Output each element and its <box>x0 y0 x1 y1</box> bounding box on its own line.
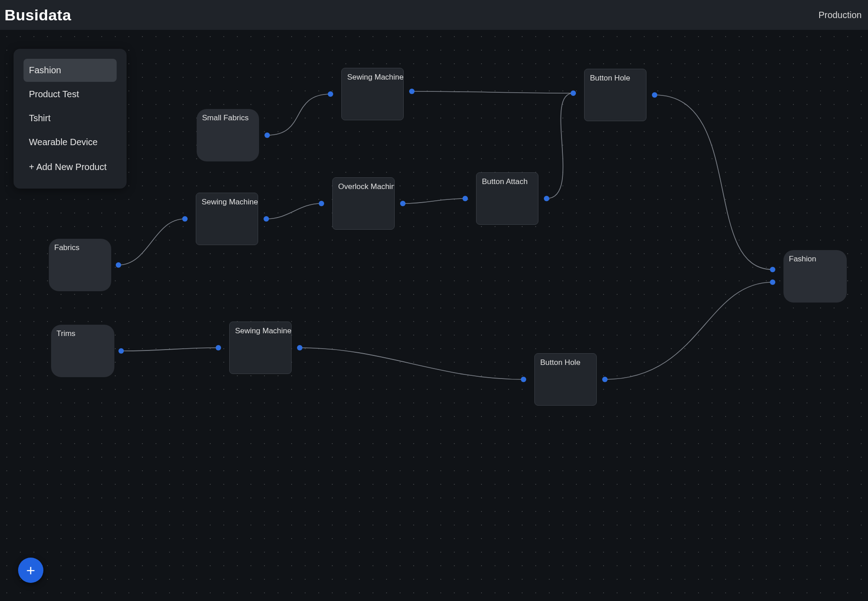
port-sewing-1-right[interactable] <box>409 89 415 94</box>
port-small-fabrics-right[interactable] <box>264 133 270 138</box>
edge <box>403 199 465 203</box>
edge <box>655 95 773 270</box>
node-button-hole-2[interactable]: Button Hole <box>534 353 597 406</box>
port-trims-right[interactable] <box>118 348 124 354</box>
node-button-hole-1[interactable]: Button Hole <box>584 69 646 121</box>
node-label: Button Attach <box>482 177 528 186</box>
node-sewing-1[interactable]: Sewing Machine <box>341 68 404 120</box>
node-label: Sewing Machine <box>235 327 292 335</box>
node-label: Button Hole <box>590 74 630 82</box>
edge <box>605 282 773 379</box>
header-mode-label[interactable]: Production <box>818 10 863 20</box>
port-button-hole-2-right[interactable] <box>602 377 608 382</box>
port-sewing-2-right[interactable] <box>264 216 269 222</box>
port-sewing-2-left[interactable] <box>182 216 188 222</box>
app-header: Busidata Production <box>0 0 868 30</box>
port-sewing-1-left[interactable] <box>328 91 333 97</box>
port-fabrics-right[interactable] <box>116 262 121 268</box>
sidebar-item-product-test[interactable]: Product Test <box>24 83 117 106</box>
node-label: Fabrics <box>54 243 80 252</box>
node-label: Fashion <box>789 255 816 263</box>
port-button-attach-left[interactable] <box>462 196 468 201</box>
edge <box>121 348 218 351</box>
node-button-attach[interactable]: Button Attach <box>476 172 538 225</box>
node-label: Button Hole <box>540 358 580 367</box>
node-fashion[interactable]: Fashion <box>783 250 847 303</box>
port-button-hole-1-right[interactable] <box>652 92 657 98</box>
port-sewing-3-right[interactable] <box>297 345 302 350</box>
port-sewing-3-left[interactable] <box>216 345 221 350</box>
port-button-attach-right[interactable] <box>544 196 549 201</box>
node-fabrics[interactable]: Fabrics <box>49 239 111 291</box>
node-overlock[interactable]: Overlock Machine <box>332 177 395 230</box>
product-list-panel: FashionProduct TestTshirtWearable Device… <box>14 49 127 189</box>
edge-layer <box>0 30 868 601</box>
node-small-fabrics[interactable]: Small Fabrics <box>197 109 259 161</box>
node-label: Sewing Machine <box>202 198 258 206</box>
edge <box>547 93 573 199</box>
edge <box>267 94 330 135</box>
sidebar-item-fashion[interactable]: Fashion <box>24 59 117 82</box>
node-label: Sewing Machine <box>347 73 404 81</box>
node-sewing-2[interactable]: Sewing Machine <box>196 193 258 245</box>
port-button-hole-2-left[interactable] <box>521 377 526 382</box>
edge <box>300 348 524 379</box>
node-sewing-3[interactable]: Sewing Machine <box>229 322 292 374</box>
port-overlock-right[interactable] <box>400 201 406 206</box>
edge <box>118 219 185 265</box>
node-label: Small Fabrics <box>202 114 249 122</box>
add-product-button[interactable]: + Add New Product <box>24 156 117 179</box>
sidebar-item-wearable-device[interactable]: Wearable Device <box>24 131 117 154</box>
plus-icon: + <box>26 562 35 579</box>
node-label: Overlock Machine <box>338 182 395 191</box>
port-fashion-left-bottom[interactable] <box>770 279 775 285</box>
edge <box>412 91 573 93</box>
port-fashion-left-top[interactable] <box>770 267 775 272</box>
port-button-hole-1-left[interactable] <box>571 90 576 96</box>
port-overlock-left[interactable] <box>319 201 324 206</box>
flow-canvas[interactable]: FashionProduct TestTshirtWearable Device… <box>0 30 868 601</box>
node-trims[interactable]: Trims <box>51 325 114 377</box>
sidebar-item-tshirt[interactable]: Tshirt <box>24 107 117 130</box>
fab-add-button[interactable]: + <box>18 558 43 583</box>
edge <box>266 203 321 219</box>
node-label: Trims <box>57 329 75 338</box>
brand-title: Busidata <box>5 6 71 24</box>
